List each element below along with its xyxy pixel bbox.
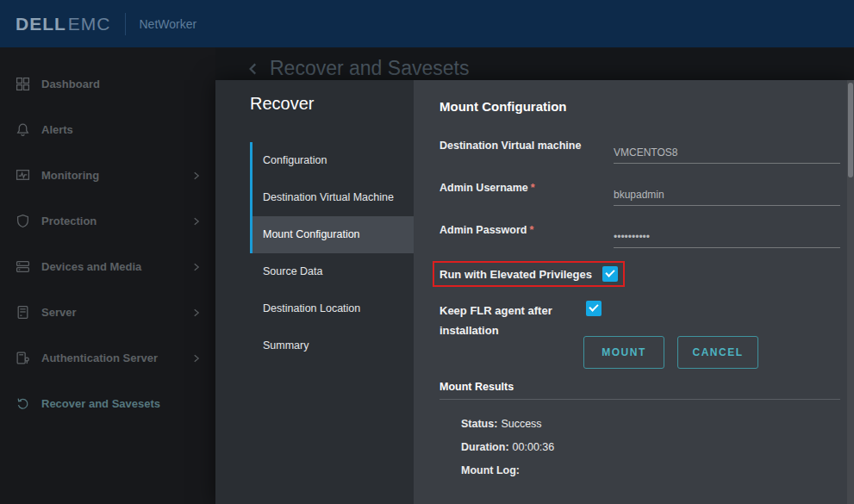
dashboard-icon [16, 77, 30, 91]
mount-button[interactable]: MOUNT [583, 336, 664, 369]
step-configuration[interactable]: Configuration [250, 142, 414, 179]
sidebar-item-server[interactable]: Server [0, 289, 215, 335]
keep-flr-agent-label: Keep FLR agent after installation [439, 301, 569, 340]
sidebar-item-label: Recover and Savesets [41, 397, 160, 410]
required-mark: * [531, 182, 535, 194]
cancel-button[interactable]: CANCEL [677, 336, 758, 369]
elevated-privileges-checkbox[interactable] [602, 266, 618, 282]
sidebar-item-label: Protection [41, 215, 97, 227]
admin-username-input[interactable]: bkupadmin [614, 189, 840, 206]
field-label-text: Admin Username [439, 182, 528, 194]
mount-results: Status:Success Duration:00:00:36 Mount L… [461, 418, 554, 488]
checkbox-section: Run with Elevated Privileges Keep FLR ag… [439, 261, 625, 340]
results-divider [439, 399, 840, 400]
destination-virtual-machine-input[interactable]: VMCENTOS8 [614, 146, 840, 164]
page-title: Recover and Savesets [270, 57, 469, 80]
dialog-actions: MOUNT CANCEL [583, 336, 758, 369]
steps-progress-bar [250, 142, 252, 253]
result-label: Status: [461, 418, 497, 430]
scrollbar-thumb[interactable] [848, 83, 853, 177]
required-mark: * [529, 224, 533, 236]
emc-logo-text: EMC [68, 14, 111, 34]
sidebar-item-protection[interactable]: Protection [0, 198, 215, 244]
step-destination-virtual-machine[interactable]: Destination Virtual Machine [250, 179, 414, 216]
devices-icon [16, 259, 30, 274]
step-source-data[interactable]: Source Data [250, 253, 414, 290]
back-chevron-icon[interactable] [246, 61, 261, 77]
result-value: 00:00:36 [513, 441, 555, 453]
sidebar-item-monitoring[interactable]: Monitoring [0, 152, 215, 198]
step-summary[interactable]: Summary [250, 327, 414, 364]
field-admin-username: Admin Username* bkupadmin [439, 172, 840, 215]
sidebar-item-dashboard[interactable]: Dashboard [0, 61, 215, 107]
result-row-duration: Duration:00:00:36 [461, 441, 554, 456]
sidebar-item-authentication-server[interactable]: Authentication Server [0, 335, 215, 381]
chevron-right-icon [191, 353, 202, 364]
chevron-right-icon [191, 308, 202, 318]
panel-title: Mount Configuration [439, 99, 566, 114]
step-mount-configuration[interactable]: Mount Configuration [250, 216, 414, 253]
top-bar: DELLEMC NetWorker [0, 0, 854, 47]
monitoring-icon [16, 168, 30, 183]
shield-icon [16, 214, 30, 228]
keep-flr-agent-checkbox[interactable] [586, 301, 602, 316]
step-destination-location[interactable]: Destination Location [250, 290, 414, 327]
result-row-status: Status:Success [461, 418, 554, 432]
dialog-title: Recover [250, 94, 314, 114]
field-label: Destination Virtual machine [439, 130, 614, 172]
sidebar-item-label: Devices and Media [41, 260, 141, 273]
sidebar-item-label: Authentication Server [41, 352, 158, 364]
sidebar-item-label: Server [41, 306, 76, 319]
result-value: Success [501, 418, 541, 430]
admin-password-input[interactable]: •••••••••• [614, 231, 840, 248]
auth-server-icon [16, 351, 30, 365]
keep-flr-agent-row: Keep FLR agent after installation [439, 301, 625, 340]
recover-icon [16, 396, 30, 411]
result-row-mount-log: Mount Log: [461, 464, 554, 479]
elevated-privileges-label: Run with Elevated Privileges [439, 268, 592, 281]
sidebar-nav: Dashboard Alerts Monitoring Protection D… [0, 47, 215, 504]
bell-icon [16, 122, 30, 137]
dell-logo-text: DELL [16, 14, 66, 34]
field-destination-virtual-machine: Destination Virtual machine VMCENTOS8 [439, 130, 840, 172]
recover-dialog: Recover Configuration Destination Virtua… [215, 80, 854, 504]
chevron-right-icon [191, 262, 202, 272]
field-label: Admin Password* [439, 215, 614, 257]
page-header: Recover and Savesets [246, 57, 469, 80]
mount-configuration-panel: Mount Configuration Destination Virtual … [414, 80, 854, 504]
result-label: Duration: [461, 441, 509, 453]
form-fields: Destination Virtual machine VMCENTOS8 Ad… [439, 130, 840, 257]
result-label: Mount Log: [461, 464, 520, 476]
sidebar-item-recover-and-savesets[interactable]: Recover and Savesets [0, 381, 215, 426]
sidebar-item-label: Alerts [41, 123, 73, 136]
field-label-text: Admin Password [439, 224, 527, 236]
server-icon [16, 305, 30, 320]
chevron-right-icon [191, 171, 202, 181]
field-label: Admin Username* [439, 172, 614, 215]
mount-results-title: Mount Results [439, 381, 514, 393]
wizard-steps-panel: Recover Configuration Destination Virtua… [215, 80, 414, 504]
sidebar-item-label: Dashboard [41, 78, 100, 90]
sidebar-item-label: Monitoring [41, 169, 99, 182]
field-admin-password: Admin Password* •••••••••• [439, 215, 840, 257]
dell-emc-logo: DELLEMC [16, 14, 111, 34]
sidebar-item-devices-and-media[interactable]: Devices and Media [0, 244, 215, 289]
chevron-right-icon [191, 216, 202, 227]
product-name: NetWorker [140, 17, 197, 31]
wizard-steps: Configuration Destination Virtual Machin… [250, 142, 414, 364]
run-with-elevated-privileges-row: Run with Elevated Privileges [433, 261, 625, 287]
topbar-divider [125, 13, 126, 35]
dialog-scrollbar[interactable] [847, 80, 854, 504]
sidebar-item-alerts[interactable]: Alerts [0, 107, 215, 152]
field-label-text: Destination Virtual machine [439, 140, 581, 152]
